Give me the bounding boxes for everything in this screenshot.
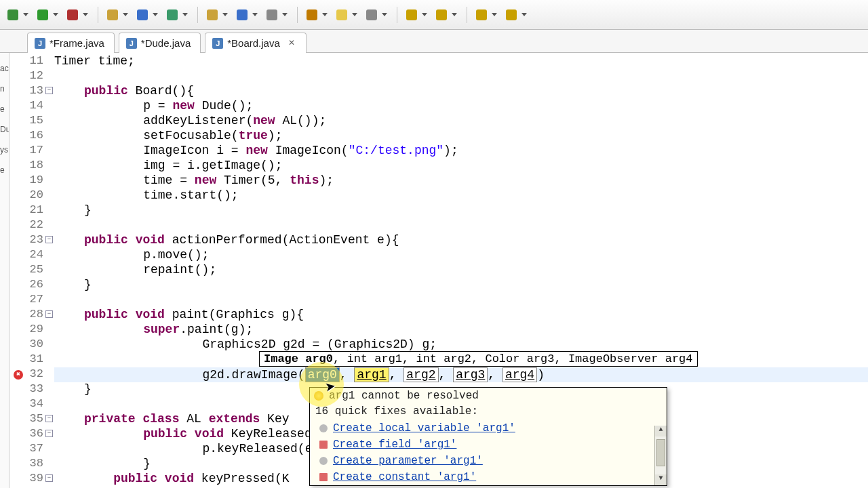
line-number: 14 xyxy=(9,99,54,114)
debug-icon[interactable] xyxy=(4,6,22,24)
toggle-highlight-icon[interactable] xyxy=(333,6,351,24)
java-file-icon: J xyxy=(212,38,223,49)
code-line[interactable]: Timer time; xyxy=(54,54,868,69)
forward-icon[interactable] xyxy=(502,6,520,24)
java-file-icon: J xyxy=(126,38,137,49)
quickfix-item[interactable]: Create local variable 'arg1' xyxy=(310,420,667,436)
quickfix-item[interactable]: Create parameter 'arg1' xyxy=(310,453,667,469)
truncated-view-label: ys xyxy=(0,134,9,155)
variable-proposal-icon xyxy=(319,424,328,432)
truncated-view-label: Du xyxy=(0,114,9,134)
toggle-mark-icon[interactable] xyxy=(303,6,321,24)
close-icon[interactable]: ✕ xyxy=(287,39,296,48)
code-line[interactable]: Graphics2D g2d = (Graphics2D) g; xyxy=(54,338,868,352)
code-line[interactable]: addKeyListener(new AL()); xyxy=(54,114,868,129)
lightbulb-icon xyxy=(314,391,323,401)
parameter-hint-tooltip: Image arg0, int arg1, int arg2, Color ar… xyxy=(259,351,698,367)
tab-label: *Frame.java xyxy=(50,37,104,49)
line-number: 26 xyxy=(9,278,54,293)
truncated-view-label: e xyxy=(0,94,9,114)
run-icon[interactable] xyxy=(34,6,52,24)
code-line[interactable]: ImageIcon i = new ImageIcon("C:/test.png… xyxy=(54,144,868,159)
line-number: 37 xyxy=(9,442,54,457)
line-number: 27 xyxy=(9,293,54,308)
scroll-up-icon[interactable]: ▲ xyxy=(655,426,667,436)
save-icon[interactable] xyxy=(233,6,251,24)
line-number: 32✖ xyxy=(9,367,54,382)
code-line[interactable]: public void actionPerformed(ActionEvent … xyxy=(54,233,868,248)
code-line[interactable] xyxy=(54,218,868,233)
line-number: 13− xyxy=(9,84,54,99)
code-line[interactable]: g2d.drawImage(arg0, arg1, arg2, arg3, ar… xyxy=(54,367,868,382)
code-line[interactable]: } xyxy=(54,278,868,293)
code-area[interactable]: Image arg0, int arg1, int arg2, Color ar… xyxy=(54,53,868,488)
truncated-view-label: n xyxy=(0,73,9,94)
code-line[interactable]: public Board(){ xyxy=(54,84,868,99)
code-line[interactable]: setFocusable(true); xyxy=(54,129,868,144)
code-line[interactable]: repaint(); xyxy=(54,263,868,278)
print-icon[interactable] xyxy=(263,6,281,24)
code-line[interactable] xyxy=(54,69,868,84)
editor-tab[interactable]: J*Frame.java xyxy=(27,33,115,53)
fold-toggle-icon[interactable]: − xyxy=(45,415,53,422)
line-number: 39− xyxy=(9,472,54,487)
editor-tab[interactable]: J*Board.java✕ xyxy=(205,33,307,53)
code-line[interactable]: } xyxy=(54,203,868,218)
line-number: 35− xyxy=(9,412,54,427)
line-number: 19 xyxy=(9,174,54,188)
scroll-thumb[interactable] xyxy=(656,439,665,466)
refresh-icon[interactable] xyxy=(163,6,181,24)
line-number: 21 xyxy=(9,203,54,218)
line-number: 12 xyxy=(9,69,54,84)
quickfix-scrollbar[interactable]: ▲ ▼ xyxy=(654,426,667,485)
code-line[interactable]: time = new Timer(5, this); xyxy=(54,174,868,188)
line-number: 33 xyxy=(9,382,54,397)
line-number: 16 xyxy=(9,129,54,144)
quickfix-item-label: Create local variable 'arg1' xyxy=(333,422,515,434)
line-number: 17 xyxy=(9,144,54,159)
scroll-down-icon[interactable]: ▼ xyxy=(655,474,667,485)
line-number: 25 xyxy=(9,263,54,278)
line-number: 15 xyxy=(9,114,54,129)
code-line[interactable]: super.paint(g); xyxy=(54,323,868,338)
quickfix-subtitle: 16 quick fixes available: xyxy=(310,404,667,420)
back-icon[interactable] xyxy=(473,6,490,24)
quickfix-item-label: Create field 'arg1' xyxy=(333,439,456,451)
fold-toggle-icon[interactable]: − xyxy=(45,310,53,318)
line-number-gutter: 111213−14151617181920212223−2425262728−2… xyxy=(9,53,54,488)
fold-toggle-icon[interactable]: − xyxy=(45,474,53,482)
fold-toggle-icon[interactable]: − xyxy=(45,236,53,243)
code-line[interactable]: p = new Dude(); xyxy=(54,99,868,114)
java-file-icon: J xyxy=(35,38,45,49)
code-line[interactable] xyxy=(54,293,868,308)
quickfix-item-label: Create parameter 'arg1' xyxy=(333,455,483,467)
open-folder-icon[interactable] xyxy=(203,6,221,24)
quickfix-popup[interactable]: arg1 cannot be resolved 16 quick fixes a… xyxy=(309,387,667,486)
code-line[interactable]: public void paint(Graphics g){ xyxy=(54,308,868,323)
fold-toggle-icon[interactable]: − xyxy=(45,430,53,437)
code-editor[interactable]: 111213−14151617181920212223−2425262728−2… xyxy=(9,53,868,488)
editor-tab[interactable]: J*Dude.java xyxy=(119,33,201,53)
quickfix-error-text: arg1 cannot be resolved xyxy=(329,390,479,402)
code-line[interactable]: img = i.getImage(); xyxy=(54,159,868,174)
quickfix-item[interactable]: Create constant 'arg1' xyxy=(310,469,667,485)
quickfix-item[interactable]: Create field 'arg1' xyxy=(310,436,667,453)
toolbar xyxy=(0,0,868,30)
param-hint-rest: , int arg1, int arg2, Color arg3, ImageO… xyxy=(333,352,693,365)
line-number: 29 xyxy=(9,323,54,338)
tab-label: *Board.java xyxy=(227,37,280,49)
line-number: 30 xyxy=(9,338,54,352)
search-icon[interactable] xyxy=(134,6,151,24)
open-type-icon[interactable] xyxy=(104,6,121,24)
param-hint-active: Image arg0 xyxy=(264,352,333,365)
line-number: 36− xyxy=(9,427,54,442)
field-proposal-icon xyxy=(319,473,328,481)
ext-tools-icon[interactable] xyxy=(64,6,81,24)
code-line[interactable]: time.start(); xyxy=(54,188,868,203)
fold-toggle-icon[interactable]: − xyxy=(45,87,53,94)
prev-annotation-icon[interactable] xyxy=(433,6,450,24)
show-whitespace-icon[interactable] xyxy=(363,6,380,24)
code-line[interactable]: p.move(); xyxy=(54,248,868,263)
error-marker-icon[interactable]: ✖ xyxy=(14,370,23,380)
next-annotation-icon[interactable] xyxy=(403,6,420,24)
